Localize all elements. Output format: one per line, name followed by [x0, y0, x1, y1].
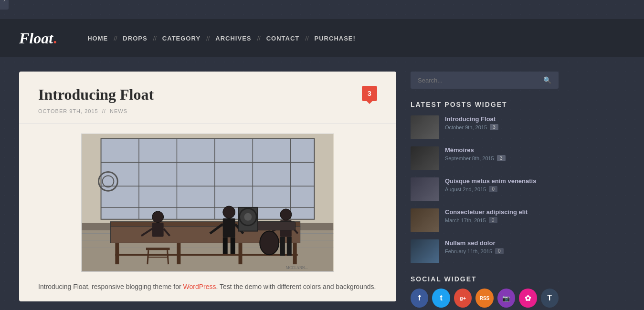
social-icons: f t g+ RSS 📷 ✿ T [411, 289, 559, 308]
post-category[interactable]: NEWS [110, 108, 127, 114]
latest-post-date-1: September 8th, 2015 [445, 155, 494, 161]
svg-point-45 [244, 213, 252, 221]
post-thumb-2 [411, 177, 439, 201]
excerpt-text: Introducing Float, responsive blogging t… [38, 283, 183, 290]
latest-posts-title: LATEST POSTS WIDGET [411, 101, 559, 108]
post-title: Introducing Float [38, 86, 377, 103]
twitter-icon[interactable]: t [432, 289, 450, 308]
search-icon[interactable]: 🔍 [543, 76, 551, 84]
svg-rect-36 [231, 237, 235, 254]
svg-point-37 [280, 209, 292, 220]
svg-text:MCCLANN...: MCCLANN... [286, 266, 308, 270]
post-thumb-0 [411, 115, 439, 139]
svg-rect-21 [293, 243, 297, 264]
svg-rect-24 [152, 223, 164, 237]
nav-purchase[interactable]: PURCHASE! [313, 35, 358, 42]
sidebar: 🔍 LATEST POSTS WIDGET Introducing Float … [411, 72, 559, 308]
svg-rect-41 [280, 237, 285, 256]
main-nav: HOME // DROPS // CATEGORY // ARCHIVES //… [85, 35, 358, 42]
logo-dot: . [53, 30, 57, 47]
main-container: Introducing Float OCTOBER 9TH, 2015 // N… [0, 57, 644, 310]
post-header: Introducing Float OCTOBER 9TH, 2015 // N… [19, 72, 396, 124]
site-logo[interactable]: Float. [19, 30, 57, 47]
post-thumb-4 [411, 239, 439, 263]
latest-post-title-3: Consectetuer adipiscing elit [445, 208, 559, 216]
latest-posts-widget: LATEST POSTS WIDGET Introducing Float Oc… [411, 101, 559, 263]
latest-post-count-4: 0 [495, 248, 504, 254]
post-date: OCTOBER 9TH, 2015 [38, 108, 98, 114]
social-widget: SOCIAL WIDGET f t g+ RSS 📷 ✿ T [411, 275, 559, 308]
post-card: Introducing Float OCTOBER 9TH, 2015 // N… [19, 72, 396, 301]
latest-post-item-4[interactable]: Nullam sed dolor February 11th, 2015 0 [411, 239, 559, 263]
latest-post-title-1: Mémoires [445, 146, 559, 154]
latest-post-count-2: 0 [489, 186, 497, 192]
svg-rect-46 [257, 222, 295, 230]
post-meta: OCTOBER 9TH, 2015 // NEWS [38, 108, 377, 114]
comment-count-badge[interactable]: 3 [362, 86, 377, 101]
svg-rect-32 [223, 218, 235, 238]
search-input[interactable] [418, 77, 543, 84]
camera-icon[interactable]: 📷 [497, 289, 515, 308]
nav-drops[interactable]: DROPS [121, 35, 149, 42]
latest-post-count-1: 3 [497, 155, 506, 161]
nav-archives[interactable]: ARCHIVES [213, 35, 253, 42]
svg-point-47 [260, 231, 279, 255]
social-widget-title: SOCIAL WIDGET [411, 275, 559, 283]
post-thumb-3 [411, 208, 439, 232]
site-header: Float. HOME // DROPS // CATEGORY // ARCH… [0, 19, 644, 57]
flower-icon[interactable]: ✿ [519, 289, 537, 308]
excerpt-rest: . Test the demo with different colors an… [216, 283, 376, 290]
svg-point-31 [223, 206, 235, 218]
excerpt-link[interactable]: WordPress [183, 283, 216, 290]
latest-post-date-0: October 9th, 2015 [445, 124, 487, 130]
latest-post-title-2: Quisque metus enim venenatis [445, 177, 559, 185]
latest-post-date-4: February 11th, 2015 [445, 248, 492, 254]
svg-rect-27 [146, 248, 170, 250]
logo-text: Float [19, 30, 53, 47]
left-edge-arrow[interactable]: › [0, 0, 9, 10]
svg-rect-35 [223, 237, 228, 254]
latest-post-count-3: 0 [489, 217, 497, 223]
nav-contact[interactable]: CONTACT [264, 35, 302, 42]
post-image: MCCLANN... [81, 134, 334, 272]
rss-icon[interactable]: RSS [475, 289, 493, 308]
nav-category[interactable]: CATEGORY [160, 35, 202, 42]
latest-post-item-2[interactable]: Quisque metus enim venenatis August 2nd,… [411, 177, 559, 201]
nav-home[interactable]: HOME [85, 35, 110, 42]
search-box: 🔍 [411, 72, 559, 89]
latest-post-title-0: Introducing Float [445, 115, 559, 123]
svg-rect-20 [239, 243, 243, 264]
content-area: Introducing Float OCTOBER 9TH, 2015 // N… [19, 72, 396, 308]
facebook-icon[interactable]: f [411, 289, 428, 308]
latest-post-item-0[interactable]: Introducing Float October 9th, 2015 3 [411, 115, 559, 139]
latest-post-date-2: August 2nd, 2015 [445, 186, 486, 192]
google-icon[interactable]: g+ [454, 289, 472, 308]
post-thumb-1 [411, 146, 439, 170]
svg-rect-19 [177, 243, 180, 264]
post-excerpt: Introducing Float, responsive blogging t… [19, 281, 396, 301]
workshop-svg: MCCLANN... [82, 134, 334, 271]
latest-post-item-1[interactable]: Mémoires September 8th, 2015 3 [411, 146, 559, 170]
svg-rect-18 [115, 243, 119, 264]
svg-point-23 [152, 211, 164, 223]
latest-post-date-3: March 17th, 2015 [445, 217, 486, 223]
latest-post-item-3[interactable]: Consectetuer adipiscing elit March 17th,… [411, 208, 559, 232]
post-image-container: MCCLANN... [19, 124, 396, 281]
latest-post-count-0: 3 [490, 124, 498, 130]
latest-post-title-4: Nullam sed dolor [445, 239, 559, 247]
tumblr-icon[interactable]: T [541, 289, 559, 308]
svg-rect-42 [287, 237, 292, 256]
